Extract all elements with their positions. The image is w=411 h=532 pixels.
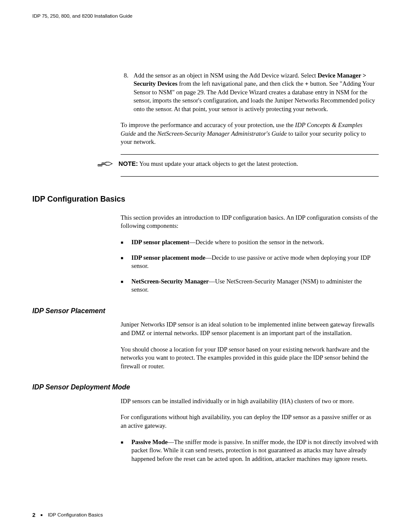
- heading-2: IDP Sensor Deployment Mode: [32, 383, 379, 392]
- footer-section: IDP Configuration Basics: [48, 512, 103, 519]
- note-text: NOTE: You must update your attack object…: [118, 160, 379, 168]
- note-block: NOTE: You must update your attack object…: [121, 154, 379, 177]
- italic-text: NetScreen-Security Manager Administrator…: [157, 130, 287, 137]
- paragraph: For configurations without high availabi…: [121, 413, 379, 430]
- heading-2: IDP Sensor Placement: [32, 306, 379, 316]
- section-content: Juniper Networks IDP sensor is an ideal …: [121, 320, 379, 370]
- list-body: IDP sensor placement—Decide where to pos…: [131, 238, 379, 247]
- bold-text: Passive Mode: [131, 439, 168, 445]
- step-body: Add the sensor as an object in NSM using…: [134, 72, 379, 114]
- note-label: NOTE:: [118, 160, 138, 167]
- divider: [121, 176, 379, 177]
- list-item: ■ IDP sensor placement—Decide where to p…: [121, 238, 379, 247]
- bullet-icon: ■: [121, 238, 125, 247]
- running-header: IDP 75, 250, 800, and 8200 Installation …: [32, 13, 379, 20]
- paragraph: Juniper Networks IDP sensor is an ideal …: [121, 320, 379, 337]
- bold-text: IDP sensor placement mode: [131, 254, 206, 261]
- bullet-icon: ■: [121, 254, 125, 271]
- bullet-icon: ■: [121, 438, 125, 464]
- step-8: 8. Add the sensor as an object in NSM us…: [121, 72, 379, 114]
- bold-text: +: [305, 80, 308, 87]
- list-body: IDP sensor placement mode—Decide to use …: [131, 254, 379, 271]
- section-content: IDP sensors can be installed individuall…: [121, 397, 379, 463]
- paragraph: To improve the performance and accuracy …: [121, 121, 379, 146]
- text: from the left navigational pane, and the…: [177, 80, 305, 87]
- paragraph: You should choose a location for your ID…: [121, 345, 379, 371]
- main-content: 8. Add the sensor as an object in NSM us…: [121, 72, 379, 177]
- list-item: ■ Passive Mode—The sniffer mode is passi…: [121, 438, 379, 464]
- text: Add the sensor as an object in NSM using…: [134, 72, 318, 79]
- text: and the: [136, 130, 157, 137]
- step-number: 8.: [121, 72, 128, 114]
- heading-1: IDP Configuration Basics: [32, 194, 379, 204]
- bullet-list: ■ Passive Mode—The sniffer mode is passi…: [121, 438, 379, 464]
- text: You must update your attack objects to g…: [138, 160, 298, 167]
- text: —Decide where to position the sensor in …: [189, 239, 324, 246]
- paragraph: This section provides an introduction to…: [121, 214, 379, 230]
- page-footer: 2 ■ IDP Configuration Basics: [32, 511, 103, 519]
- text: To improve the performance and accuracy …: [121, 121, 295, 128]
- note-hand-icon: [97, 159, 113, 171]
- list-body: Passive Mode—The sniffer mode is passive…: [131, 438, 379, 464]
- text: —The sniffer mode is passive. In sniffer…: [131, 439, 378, 462]
- bold-text: IDP sensor placement: [131, 239, 189, 246]
- bullet-list: ■ IDP sensor placement—Decide where to p…: [121, 238, 379, 294]
- list-body: NetScreen-Security Manager—Use NetScreen…: [131, 277, 379, 294]
- list-item: ■ NetScreen-Security Manager—Use NetScre…: [121, 277, 379, 294]
- bullet-icon: ■: [121, 277, 125, 294]
- page-number: 2: [32, 511, 35, 519]
- section-content: This section provides an introduction to…: [121, 214, 379, 294]
- bullet-icon: ■: [40, 513, 43, 518]
- bold-text: NetScreen-Security Manager: [131, 278, 209, 285]
- list-item: ■ IDP sensor placement mode—Decide to us…: [121, 254, 379, 271]
- paragraph: IDP sensors can be installed individuall…: [121, 397, 379, 406]
- page: IDP 75, 250, 800, and 8200 Installation …: [0, 0, 411, 532]
